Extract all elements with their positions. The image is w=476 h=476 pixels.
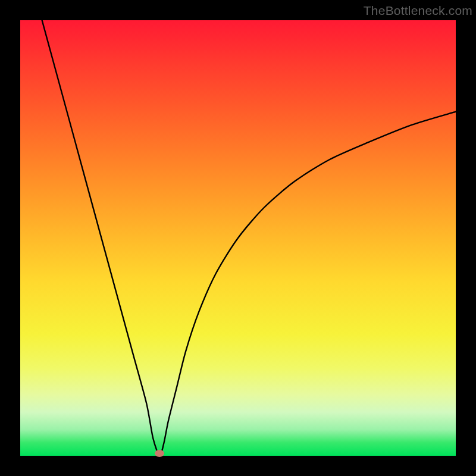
watermark-text: TheBottleneck.com bbox=[364, 4, 472, 18]
bottleneck-curve bbox=[20, 20, 456, 456]
optimal-marker bbox=[155, 450, 164, 457]
chart-container: TheBottleneck.com bbox=[0, 0, 476, 476]
plot-area bbox=[20, 20, 456, 456]
